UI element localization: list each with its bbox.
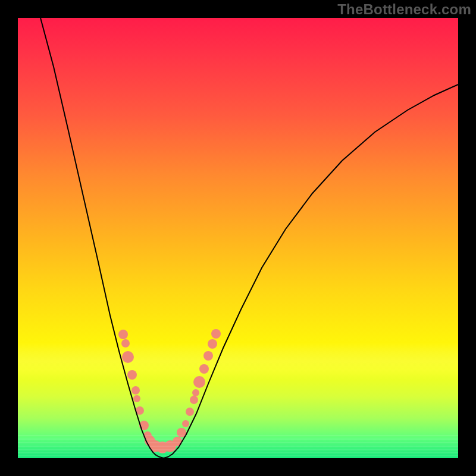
data-point-marker [131,386,140,394]
bottom-lines [18,436,458,456]
data-point-marker [186,408,194,416]
data-point-marker [121,339,130,347]
data-point-marker [190,396,198,404]
data-point-marker [199,364,209,374]
chart-frame: TheBottleneck.com [0,0,476,476]
curve-left [40,18,164,458]
data-point-marker [127,370,137,380]
data-point-marker [193,376,205,388]
data-point-marker [118,330,128,339]
data-point-marker [122,351,134,363]
plot-area [18,18,458,458]
data-point-marker [192,389,199,396]
curve-svg [18,18,458,458]
data-point-marker [133,395,140,402]
data-point-marker [211,329,221,339]
watermark-text: TheBottleneck.com [337,1,471,18]
data-point-marker [208,339,217,349]
data-point-marker [182,420,189,427]
curve-right [164,84,458,458]
data-point-marker [203,351,213,361]
